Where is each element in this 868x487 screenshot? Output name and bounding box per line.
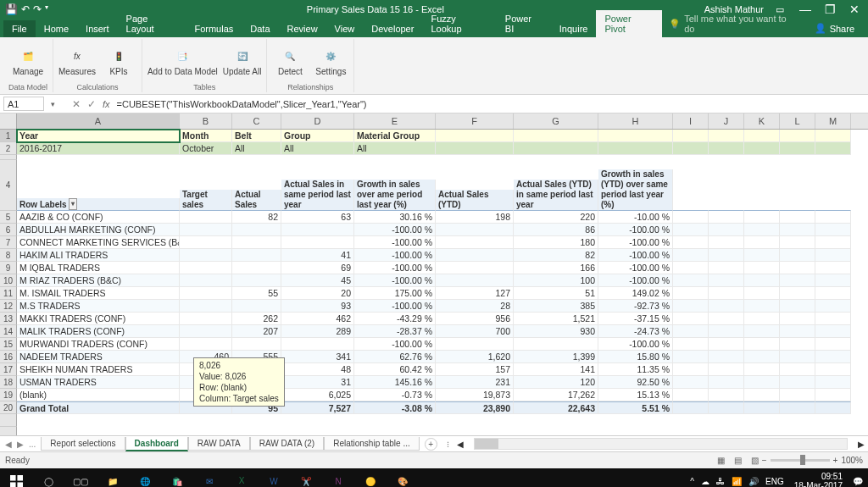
pivot-header[interactable]: Actual Sales (YTD) [436,190,514,211]
save-icon[interactable]: 💾 [5,3,18,15]
cell[interactable]: 55 [232,287,281,300]
col-header[interactable]: M [815,113,851,129]
col-header[interactable]: A [17,113,180,129]
cell[interactable] [232,300,281,313]
cell[interactable]: 17,262 [514,389,598,401]
cell[interactable] [780,236,815,249]
col-header[interactable]: D [281,113,354,129]
cell[interactable] [180,300,232,313]
cell[interactable] [709,363,744,376]
cell[interactable]: 15.13 % [598,389,673,401]
cell[interactable] [780,313,815,325]
cell[interactable]: MURWANDI TRADERS (CONF) [17,338,180,351]
cell[interactable] [780,224,815,236]
cell[interactable] [815,236,851,249]
cell[interactable] [709,274,744,287]
kpis-button[interactable]: 🚦KPIs [101,46,136,76]
cell[interactable]: 262 [232,313,281,325]
cell[interactable]: AAZIB & CO (CONF) [17,211,180,224]
cell[interactable] [744,338,780,351]
cell[interactable] [780,325,815,338]
cell[interactable]: 157 [436,363,514,376]
word-icon[interactable]: W [258,468,290,487]
tab-power-pivot[interactable]: Power Pivot [596,10,662,37]
cell[interactable] [780,338,815,351]
col-header[interactable]: B [180,113,232,129]
cell[interactable] [744,211,780,224]
tab-developer[interactable]: Developer [363,20,422,37]
cell[interactable]: 82 [514,249,598,262]
tray-up-icon[interactable]: ^ [690,477,694,486]
tab-review[interactable]: Review [279,20,326,37]
cell[interactable] [815,274,851,287]
cell[interactable] [815,262,851,274]
cell[interactable]: -100.00 % [598,224,673,236]
cell[interactable]: Material Group [354,130,436,142]
settings-button[interactable]: ⚙️Settings [313,46,348,76]
measures-button[interactable]: fxMeasures [58,46,96,76]
cell[interactable]: 149.02 % [598,287,673,300]
cell[interactable]: 120 [514,376,598,389]
cell[interactable] [709,376,744,389]
cell[interactable]: Belt [232,130,281,142]
row-header[interactable]: 18 [0,376,17,389]
store-icon[interactable]: 🛍️ [161,468,193,487]
sheet-tab[interactable]: Report selections [41,437,125,451]
row-header[interactable]: 13 [0,313,17,325]
cell[interactable] [281,338,354,351]
tab-home[interactable]: Home [36,20,77,37]
horizontal-scrollbar[interactable]: ◀ ▶ [453,438,868,450]
cell[interactable]: 28 [436,300,514,313]
cell[interactable]: 462 [281,313,354,325]
cell[interactable]: 175.00 % [354,287,436,300]
cell[interactable]: -3.08 % [354,401,436,414]
cell[interactable] [709,211,744,224]
cell[interactable]: -100.00 % [354,224,436,236]
cell[interactable]: 7,527 [281,401,354,414]
cell[interactable] [232,249,281,262]
cell[interactable]: 31 [281,376,354,389]
cell[interactable] [709,313,744,325]
cell[interactable] [709,300,744,313]
cell[interactable] [815,287,851,300]
cell[interactable] [780,300,815,313]
cell[interactable]: 385 [514,300,598,313]
cell[interactable] [673,287,709,300]
cell[interactable] [436,224,514,236]
sheet-tab[interactable]: Relationship table ... [324,437,420,451]
cell[interactable] [673,262,709,274]
cell[interactable] [281,224,354,236]
tab-file[interactable]: File [3,20,36,37]
cell[interactable] [709,287,744,300]
col-header[interactable]: I [673,113,709,129]
row-header[interactable]: 14 [0,325,17,338]
cell[interactable] [815,300,851,313]
onedrive-icon[interactable]: ☁ [701,477,709,486]
cell[interactable]: -10.00 % [598,211,673,224]
cell[interactable]: 2016-2017 [17,142,180,155]
cell[interactable] [180,274,232,287]
cell[interactable] [709,224,744,236]
cell[interactable]: NADEEM TRADERS [17,351,180,363]
cell[interactable] [673,224,709,236]
cell[interactable] [436,274,514,287]
cell[interactable]: 20 [281,287,354,300]
cell[interactable] [815,376,851,389]
cell[interactable] [744,262,780,274]
cell[interactable] [744,376,780,389]
language-indicator[interactable]: ENG [765,477,784,486]
share-button[interactable]: Share [804,19,865,37]
cell[interactable]: -100.00 % [598,338,673,351]
cell[interactable]: 19,873 [436,389,514,401]
cell[interactable] [780,287,815,300]
zoom-slider[interactable] [771,459,830,462]
row-header[interactable]: 12 [0,300,17,313]
sheet-tab[interactable]: RAW DATA (2) [250,437,324,451]
cell[interactable] [180,313,232,325]
cell[interactable]: -37.15 % [598,313,673,325]
cell[interactable]: 93 [281,300,354,313]
name-box-dropdown-icon[interactable]: ▾ [47,100,58,108]
normal-view-icon[interactable]: ▦ [714,456,728,465]
cell[interactable]: 45 [281,274,354,287]
cell[interactable]: MALIK TRADERS (CONF) [17,325,180,338]
